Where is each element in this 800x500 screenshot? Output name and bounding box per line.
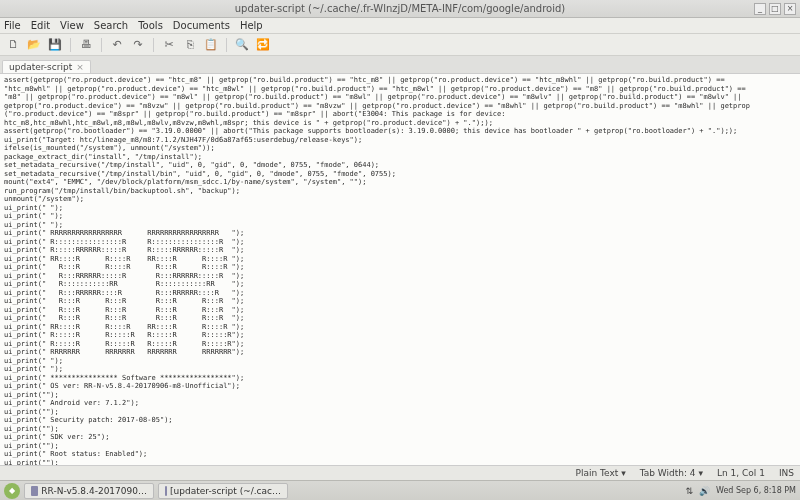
folder-icon bbox=[31, 486, 38, 496]
statusbar: Plain Text ▾ Tab Width: 4 ▾ Ln 1, Col 1 … bbox=[0, 465, 800, 480]
taskbar-item-editor[interactable]: [updater-script (~/.cac… bbox=[158, 483, 288, 499]
document-icon bbox=[165, 486, 167, 496]
replace-icon[interactable]: 🔁 bbox=[254, 36, 272, 54]
window-title: updater-script (~/.cache/.fr-WlnzjD/META… bbox=[235, 3, 566, 14]
toolbar-separator bbox=[153, 38, 154, 52]
system-tray: ⇅ 🔊 Wed Sep 6, 8:18 PM bbox=[685, 486, 796, 496]
status-insert-mode: INS bbox=[779, 468, 794, 478]
paste-icon[interactable]: 📋 bbox=[202, 36, 220, 54]
toolbar-separator bbox=[101, 38, 102, 52]
toolbar-separator bbox=[226, 38, 227, 52]
volume-icon[interactable]: 🔊 bbox=[699, 486, 710, 496]
close-button[interactable]: × bbox=[784, 3, 796, 15]
tab-label: updater-script bbox=[9, 62, 72, 72]
taskbar: ◆ RR-N-v5.8.4-2017090… [updater-script (… bbox=[0, 480, 800, 500]
tabbar: updater-script × bbox=[0, 56, 800, 74]
menu-documents[interactable]: Documents bbox=[173, 20, 230, 31]
status-syntax[interactable]: Plain Text ▾ bbox=[576, 468, 626, 478]
redo-icon[interactable]: ↷ bbox=[129, 36, 147, 54]
toolbar-separator bbox=[70, 38, 71, 52]
chevron-down-icon: ▾ bbox=[698, 468, 703, 478]
toolbar: 🗋 📂 💾 🖶 ↶ ↷ ✂ ⎘ 📋 🔍 🔁 bbox=[0, 34, 800, 56]
status-tabwidth[interactable]: Tab Width: 4 ▾ bbox=[640, 468, 703, 478]
maximize-button[interactable]: □ bbox=[769, 3, 781, 15]
chevron-down-icon: ▾ bbox=[621, 468, 626, 478]
menu-tools[interactable]: Tools bbox=[138, 20, 163, 31]
status-position: Ln 1, Col 1 bbox=[717, 468, 765, 478]
menu-view[interactable]: View bbox=[60, 20, 84, 31]
copy-icon[interactable]: ⎘ bbox=[181, 36, 199, 54]
menu-help[interactable]: Help bbox=[240, 20, 263, 31]
save-icon[interactable]: 💾 bbox=[46, 36, 64, 54]
clock[interactable]: Wed Sep 6, 8:18 PM bbox=[716, 486, 796, 495]
undo-icon[interactable]: ↶ bbox=[108, 36, 126, 54]
print-icon[interactable]: 🖶 bbox=[77, 36, 95, 54]
minimize-button[interactable]: _ bbox=[754, 3, 766, 15]
menubar: File Edit View Search Tools Documents He… bbox=[0, 18, 800, 34]
open-icon[interactable]: 📂 bbox=[25, 36, 43, 54]
cut-icon[interactable]: ✂ bbox=[160, 36, 178, 54]
menu-search[interactable]: Search bbox=[94, 20, 128, 31]
tab-updater-script[interactable]: updater-script × bbox=[2, 60, 91, 73]
tab-close-icon[interactable]: × bbox=[76, 62, 84, 72]
find-icon[interactable]: 🔍 bbox=[233, 36, 251, 54]
editor-area[interactable]: assert(getprop("ro.product.device") == "… bbox=[0, 74, 800, 465]
network-icon[interactable]: ⇅ bbox=[685, 486, 693, 496]
menu-edit[interactable]: Edit bbox=[31, 20, 50, 31]
taskbar-item-file-manager[interactable]: RR-N-v5.8.4-2017090… bbox=[24, 483, 154, 499]
menu-file[interactable]: File bbox=[4, 20, 21, 31]
window-titlebar: updater-script (~/.cache/.fr-WlnzjD/META… bbox=[0, 0, 800, 18]
start-menu-icon[interactable]: ◆ bbox=[4, 483, 20, 499]
new-icon[interactable]: 🗋 bbox=[4, 36, 22, 54]
